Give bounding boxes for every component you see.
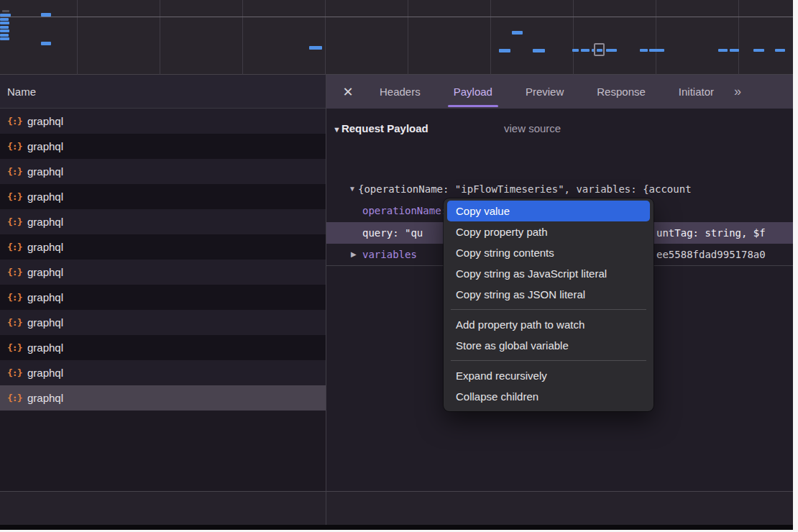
overview-lane-divider bbox=[0, 17, 793, 17]
json-braces-icon: {:} bbox=[7, 385, 26, 411]
devtools-network-panel: Name {:}graphql{:}graphql{:}graphql{:}gr… bbox=[0, 0, 798, 532]
waterfall-bar bbox=[753, 49, 764, 52]
request-row[interactable]: {:}graphql bbox=[0, 184, 326, 209]
menu-item-copy-string-as-javascript-literal[interactable]: Copy string as JavaScript literal bbox=[447, 263, 650, 284]
request-row[interactable]: {:}graphql bbox=[0, 209, 326, 234]
overview-gridline bbox=[160, 0, 160, 75]
waterfall-bar bbox=[2, 10, 9, 12]
request-name: graphql bbox=[27, 360, 63, 385]
more-tabs-icon[interactable]: » bbox=[734, 84, 740, 99]
view-source-link[interactable]: view source bbox=[504, 118, 561, 139]
waterfall-bar bbox=[0, 34, 9, 37]
close-icon[interactable]: ✕ bbox=[339, 84, 357, 100]
waterfall-bar bbox=[730, 49, 739, 52]
request-row[interactable]: {:}graphql bbox=[0, 134, 326, 159]
waterfall-bar bbox=[41, 13, 51, 17]
waterfall-bar bbox=[649, 49, 664, 52]
overview-gridline bbox=[325, 0, 326, 75]
tab-headers[interactable]: Headers bbox=[370, 75, 431, 109]
section-title: Request Payload bbox=[341, 122, 428, 134]
tab-preview[interactable]: Preview bbox=[515, 75, 574, 109]
menu-item-copy-string-as-json-literal[interactable]: Copy string as JSON literal bbox=[447, 284, 650, 305]
request-row[interactable]: {:}graphql bbox=[0, 310, 326, 335]
disclosure-down-icon: ▼ bbox=[349, 178, 356, 200]
request-payload-section-header[interactable]: ▼Request Payload bbox=[333, 118, 428, 139]
menu-item-store-as-global-variable[interactable]: Store as global variable bbox=[447, 335, 650, 356]
overview-gridline bbox=[242, 0, 243, 75]
request-name: graphql bbox=[27, 335, 63, 360]
request-list: {:}graphql{:}graphql{:}graphql{:}graphql… bbox=[0, 109, 326, 411]
root-preview-text: {operationName: "ipFlowTimeseries", vari… bbox=[358, 178, 692, 200]
overview-gridline bbox=[77, 0, 78, 75]
request-name: graphql bbox=[27, 285, 63, 310]
menu-item-add-property-path-to-watch[interactable]: Add property path to watch bbox=[447, 314, 650, 335]
menu-separator bbox=[451, 309, 646, 310]
waterfall-bar bbox=[0, 26, 9, 29]
request-name: graphql bbox=[27, 109, 63, 134]
json-braces-icon: {:} bbox=[7, 234, 26, 260]
menu-item-collapse-children[interactable]: Collapse children bbox=[447, 386, 650, 407]
tab-initiator[interactable]: Initiator bbox=[669, 75, 724, 109]
request-name: graphql bbox=[27, 134, 63, 159]
request-name: graphql bbox=[27, 184, 63, 209]
overview-gridline bbox=[738, 0, 739, 75]
json-braces-icon: {:} bbox=[7, 209, 26, 234]
request-row[interactable]: {:}graphql bbox=[0, 260, 326, 285]
menu-item-copy-value[interactable]: Copy value bbox=[447, 201, 650, 221]
waterfall-bar bbox=[309, 46, 322, 50]
waterfall-bar bbox=[41, 42, 51, 45]
panel-split-divider[interactable] bbox=[326, 75, 326, 525]
variables-preview-right: ee5588fdad995178a0 bbox=[656, 244, 766, 265]
waterfall-bar bbox=[0, 29, 9, 32]
detail-tab-bar: ✕ HeadersPayloadPreviewResponseInitiator… bbox=[326, 75, 793, 109]
request-name: graphql bbox=[27, 310, 63, 335]
waterfall-bar bbox=[606, 49, 617, 52]
json-braces-icon: {:} bbox=[7, 134, 26, 159]
tab-payload[interactable]: Payload bbox=[444, 75, 503, 109]
waterfall-bar bbox=[0, 14, 11, 17]
query-text-right: untTag: string, $f bbox=[656, 222, 766, 244]
request-name: graphql bbox=[27, 234, 63, 260]
waterfall-bar bbox=[512, 31, 523, 35]
json-braces-icon: {:} bbox=[7, 260, 26, 285]
devtools-content: Name {:}graphql{:}graphql{:}graphql{:}gr… bbox=[0, 0, 793, 530]
request-row[interactable]: {:}graphql bbox=[0, 285, 326, 310]
payload-root-row[interactable]: ▼{operationName: "ipFlowTimeseries", var… bbox=[326, 178, 793, 200]
request-row[interactable]: {:}graphql bbox=[0, 109, 326, 134]
overview-gridline bbox=[656, 0, 656, 75]
request-row[interactable]: {:}graphql bbox=[0, 159, 326, 184]
json-braces-icon: {:} bbox=[7, 184, 26, 209]
tab-response[interactable]: Response bbox=[587, 75, 656, 109]
overview-gridline bbox=[490, 0, 491, 75]
overview-gridline bbox=[573, 0, 574, 75]
disclosure-right-icon: ▶ bbox=[351, 244, 357, 265]
menu-item-copy-property-path[interactable]: Copy property path bbox=[447, 221, 650, 242]
query-text-left: query: "qu bbox=[362, 222, 423, 244]
request-row[interactable]: {:}graphql bbox=[0, 385, 326, 411]
waterfall-bar bbox=[718, 49, 728, 52]
waterfall-bar bbox=[572, 49, 579, 52]
variables-key: variables bbox=[362, 244, 417, 265]
waterfall-bar bbox=[533, 49, 545, 52]
footer-divider bbox=[0, 491, 793, 492]
tabs-holder: HeadersPayloadPreviewResponseInitiator bbox=[357, 75, 724, 109]
request-name: graphql bbox=[27, 209, 63, 234]
waterfall-bar bbox=[0, 22, 9, 24]
menu-item-expand-recursively[interactable]: Expand recursively bbox=[447, 365, 650, 386]
request-row[interactable]: {:}graphql bbox=[0, 234, 326, 260]
request-row[interactable]: {:}graphql bbox=[0, 335, 326, 360]
waterfall-bar bbox=[775, 49, 785, 52]
name-column-header[interactable]: Name bbox=[0, 75, 326, 109]
menu-item-copy-string-contents[interactable]: Copy string contents bbox=[447, 242, 650, 263]
request-name: graphql bbox=[27, 159, 63, 184]
menu-separator bbox=[451, 360, 646, 361]
overview-gridline bbox=[408, 0, 408, 75]
disclosure-down-icon: ▼ bbox=[333, 125, 341, 134]
json-braces-icon: {:} bbox=[7, 335, 26, 360]
selected-request-marker[interactable] bbox=[594, 43, 605, 56]
request-name: graphql bbox=[27, 385, 63, 411]
request-row[interactable]: {:}graphql bbox=[0, 360, 326, 385]
json-braces-icon: {:} bbox=[7, 310, 26, 335]
waterfall-bar bbox=[640, 49, 648, 52]
network-overview-timeline[interactable] bbox=[0, 0, 793, 75]
